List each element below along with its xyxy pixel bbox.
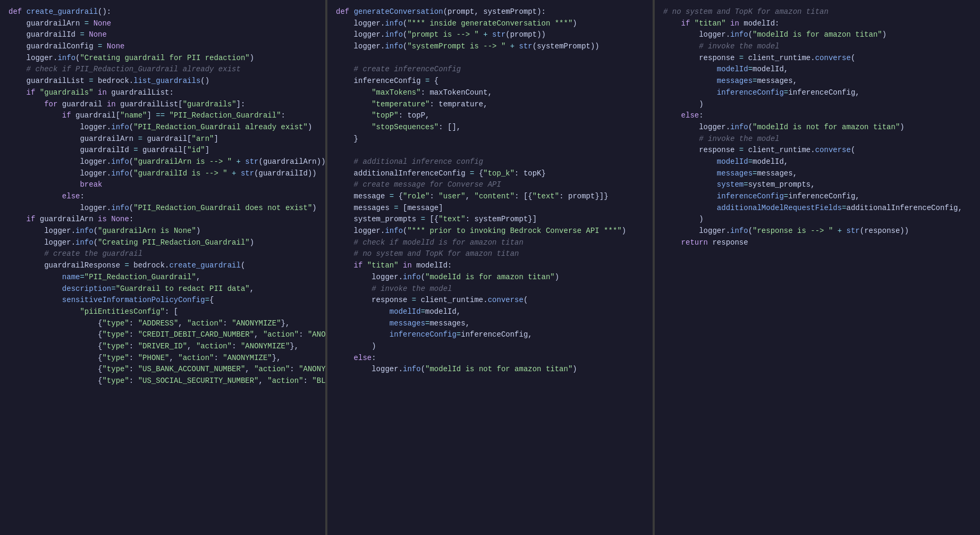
left-code-content: def create_guardrail(): guardrailArn = N… [0, 4, 325, 389]
code-panels-container: def create_guardrail(): guardrailArn = N… [0, 0, 980, 535]
right-code-content: # no system and TopK for amazon titan if… [655, 4, 980, 250]
left-code-panel: def create_guardrail(): guardrailArn = N… [0, 0, 325, 535]
right-code-panel: # no system and TopK for amazon titan if… [655, 0, 980, 535]
middle-code-content: def generateConversation(prompt, systemP… [327, 4, 653, 378]
middle-code-panel: def generateConversation(prompt, systemP… [327, 0, 653, 535]
